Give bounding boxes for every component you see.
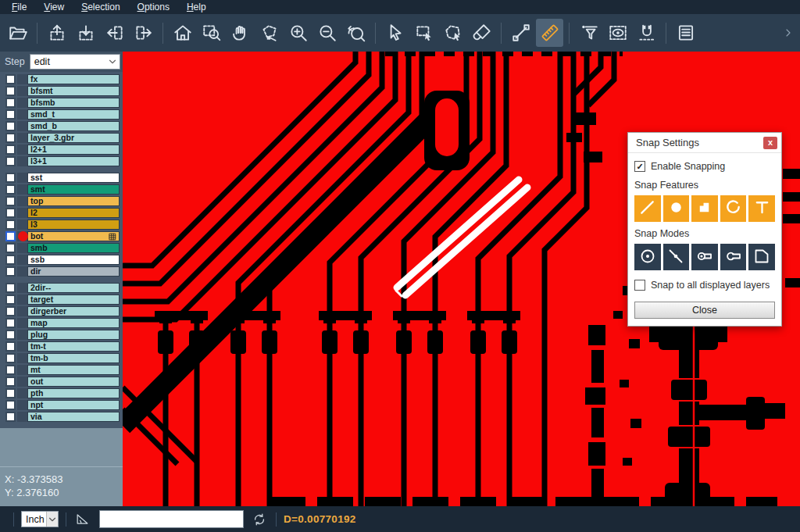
layer-visibility-checkbox[interactable] [5,231,16,241]
layer-visibility-checkbox[interactable] [5,196,16,206]
layer-visibility-checkbox[interactable] [5,133,16,143]
select-poly-button[interactable] [439,19,466,47]
layer-label[interactable]: top [27,196,120,206]
menu-view[interactable]: View [35,0,73,14]
layer-visibility-checkbox[interactable] [5,98,16,108]
layer-visibility-checkbox[interactable] [5,255,16,265]
layer-label[interactable]: bfsmb [27,98,120,108]
snap-mode-polygon-button[interactable] [748,244,775,270]
snap-mode-center-button[interactable] [634,244,661,270]
open-file-button[interactable] [4,19,31,47]
toolbar-overflow-button[interactable] [780,19,796,47]
layer-visibility-checkbox[interactable] [5,306,16,316]
layer-visibility-checkbox[interactable] [5,121,16,131]
layer-visibility-checkbox[interactable] [5,295,16,305]
layer-label[interactable]: bot [27,231,120,241]
menu-options[interactable]: Options [129,0,178,14]
layer-label[interactable]: l2+1 [27,145,120,155]
select-rect-button[interactable] [410,19,438,47]
layer-label[interactable]: smd_t [27,109,120,120]
pan-button[interactable] [227,19,254,47]
snap-feature-pad-button[interactable] [691,195,718,222]
snap-all-layers-checkbox[interactable] [634,280,645,291]
layer-visibility-checkbox[interactable] [5,86,16,96]
layer-label[interactable]: dirgerber [27,306,120,316]
layer-visibility-checkbox[interactable] [5,266,16,277]
layer-label[interactable]: bfsmt [27,86,120,96]
command-input[interactable] [99,510,244,528]
layer-label[interactable]: smb [27,243,120,253]
layer-visibility-checkbox[interactable] [5,412,16,422]
layer-label[interactable]: out [27,377,120,387]
measure-ruler-button[interactable] [536,19,563,47]
layer-label[interactable]: l3+1 [27,156,120,166]
highlight-button[interactable] [604,19,631,47]
snap-settings-button[interactable] [633,19,660,47]
close-button[interactable]: Close [634,302,775,319]
snap-mode-point-on-line-button[interactable] [663,244,690,270]
zoom-out-button[interactable] [313,19,341,47]
layer-label[interactable]: via [27,412,120,422]
enable-snapping-checkbox[interactable]: ✓ [634,161,645,172]
snap-feature-arc-button[interactable] [720,195,747,222]
zoom-previous-button[interactable] [342,19,370,47]
layer-visibility-checkbox[interactable] [5,220,16,230]
layer-visibility-checkbox[interactable] [5,208,16,218]
snap-feature-text-button[interactable] [748,195,775,222]
layer-label[interactable]: sst [27,173,120,183]
layer-label[interactable]: l3 [27,220,120,230]
layer-visibility-checkbox[interactable] [5,318,16,328]
refresh-icon[interactable] [252,512,267,527]
filter-button[interactable] [575,19,602,47]
layer-label[interactable]: plug [27,330,120,340]
layer-visibility-checkbox[interactable] [5,74,16,84]
layer-label[interactable]: target [27,295,120,305]
measure-line-button[interactable] [507,19,534,47]
layer-visibility-checkbox[interactable] [5,184,16,195]
layer-visibility-checkbox[interactable] [5,283,16,293]
layer-label[interactable]: map [27,318,120,328]
zoom-home-button[interactable] [169,19,196,47]
layer-visibility-checkbox[interactable] [5,365,16,375]
zoom-in-button[interactable] [284,19,312,47]
snap-feature-circle-button[interactable] [663,195,690,222]
layer-visibility-checkbox[interactable] [5,330,16,340]
layer-visibility-checkbox[interactable] [5,243,16,253]
layer-label[interactable]: npt [27,400,120,410]
layer-visibility-checkbox[interactable] [5,353,16,363]
snap-mode-slot-open-button[interactable] [720,244,747,270]
layer-label[interactable]: mt [27,365,120,375]
zoom-object-button[interactable] [255,19,283,47]
layer-visibility-checkbox[interactable] [5,377,16,387]
layer-visibility-checkbox[interactable] [5,400,16,410]
layer-label[interactable]: smt [27,184,120,195]
layer-visibility-checkbox[interactable] [5,109,16,120]
menu-help[interactable]: Help [178,0,215,14]
select-button[interactable] [381,19,409,47]
layer-visibility-checkbox[interactable] [5,145,16,155]
zoom-window-button[interactable] [198,19,225,47]
move-right-button[interactable] [130,19,157,47]
close-icon[interactable]: x [763,137,777,149]
layer-label[interactable]: tm-b [27,353,120,363]
layer-visibility-checkbox[interactable] [5,173,16,183]
layer-label[interactable]: l2 [27,208,120,218]
unit-dropdown[interactable]: Inch [21,511,59,527]
layer-label[interactable]: layer_3.gbr [27,133,120,143]
step-dropdown[interactable]: edit [30,54,120,70]
layer-visibility-checkbox[interactable] [5,156,16,166]
layer-label[interactable]: dir [27,266,120,277]
move-up-button[interactable] [43,19,70,47]
layer-label[interactable]: ssb [27,255,120,265]
dialog-titlebar[interactable]: Snap Settings x [628,133,781,153]
layer-visibility-checkbox[interactable] [5,341,16,352]
layer-label[interactable]: pth [27,388,120,398]
layer-label[interactable]: smd_b [27,121,120,131]
layer-label[interactable]: fx [27,74,120,84]
snap-feature-line-button[interactable] [634,195,661,222]
select-brush-button[interactable] [468,19,495,47]
snap-mode-slot-button[interactable] [691,244,718,270]
menu-file[interactable]: File [3,0,35,14]
move-down-button[interactable] [72,19,99,47]
menu-selection[interactable]: Selection [73,0,128,14]
